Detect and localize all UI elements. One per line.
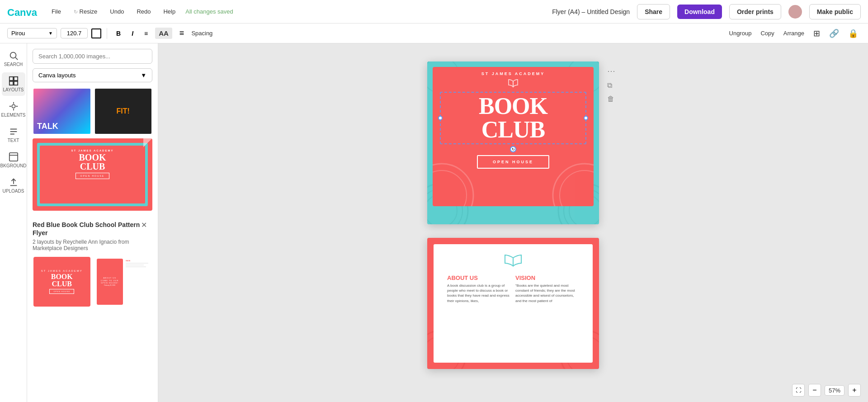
layout-thumbnails: TALK FIT! xyxy=(33,88,152,135)
small-template-thumbnails: ST JAMES ACADEMY BOOK CLUB OPEN HOUSE AB… xyxy=(33,256,152,307)
font-dropdown-icon: ▼ xyxy=(48,31,53,36)
font-name: Pirou xyxy=(11,30,25,37)
flyer1-title-selection[interactable]: BOOK CLUB ↻ xyxy=(440,92,586,144)
flyer2-vision-column: VISION "Books are the quietest and most … xyxy=(515,274,579,303)
avatar[interactable] xyxy=(788,5,802,19)
dropdown-label: Canva layouts xyxy=(38,72,75,79)
zoom-level-display[interactable]: 57% xyxy=(825,385,844,396)
align-button[interactable]: ≡ xyxy=(141,28,151,39)
sidebar-uploads-label: UPLOADS xyxy=(3,189,24,194)
font-family-selector[interactable]: Pirou ▼ xyxy=(7,28,57,38)
sidebar-item-elements[interactable]: ELEMENTS xyxy=(2,98,25,121)
order-prints-button[interactable]: Order prints xyxy=(729,4,781,19)
design-title: Flyer (A4) – Untitled Design xyxy=(552,8,630,15)
sidebar-item-background[interactable]: BKGROUND xyxy=(2,148,25,172)
flyer2-inner: ABOUT US A book discussion club is a gro… xyxy=(434,244,593,363)
template-subtitle: 2 layouts by Reychelle Ann Ignacio from … xyxy=(33,239,152,251)
template-title: Red Blue Book Club School Pattern Flyer xyxy=(33,221,152,237)
sidebar-item-layouts[interactable]: LAYOUTS xyxy=(2,72,25,96)
layout-thumb-talk[interactable]: TALK xyxy=(33,88,91,135)
flyer2-about-column: ABOUT US A book discussion club is a gro… xyxy=(447,274,511,303)
flyer2-vision-title: VISION xyxy=(515,274,579,281)
svg-point-19 xyxy=(553,164,594,206)
sidebar-elements-label: ELEMENTS xyxy=(1,113,26,118)
svg-point-1 xyxy=(10,52,16,58)
download-button[interactable]: Download xyxy=(677,5,722,19)
flyer-page-2[interactable]: ABOUT US A book discussion club is a gro… xyxy=(427,238,599,369)
svg-point-20 xyxy=(560,170,594,206)
sidebar-item-uploads[interactable]: UPLOADS xyxy=(2,174,25,197)
nav-undo[interactable]: Undo xyxy=(107,6,127,17)
aa-button[interactable]: AA xyxy=(155,28,172,39)
resize-handle-right[interactable] xyxy=(584,116,588,120)
text-color-picker[interactable] xyxy=(91,28,101,38)
flyer2-book-icon xyxy=(443,253,584,271)
canva-logo[interactable]: Canva xyxy=(7,6,38,18)
sidebar-background-label: BKGROUND xyxy=(0,163,27,168)
svg-line-2 xyxy=(15,57,18,60)
fit-screen-button[interactable]: ⛶ xyxy=(792,384,805,397)
flyer1-red-box: ST JAMES ACADEMY BOOK CLUB xyxy=(433,67,594,206)
zoom-in-button[interactable]: + xyxy=(848,384,861,397)
left-sidebar: SEARCH LAYOUTS ELEMENTS TEXT BKGROUND UP… xyxy=(0,43,27,402)
sidebar-text-label: TEXT xyxy=(8,138,19,143)
svg-rect-4 xyxy=(14,77,17,80)
save-status: All changes saved xyxy=(185,8,233,15)
svg-rect-3 xyxy=(9,77,13,80)
layout-category-dropdown[interactable]: Canva layouts ▼ xyxy=(33,68,152,82)
flyer2-columns: ABOUT US A book discussion club is a gro… xyxy=(443,274,584,303)
italic-button[interactable]: I xyxy=(128,28,137,39)
page-dots-icon: ⋯ xyxy=(607,66,615,76)
nav-file[interactable]: File xyxy=(49,6,64,17)
svg-point-17 xyxy=(433,164,473,206)
layouts-panel: Canva layouts ▼ TALK FIT! ST JAMES ACADE… xyxy=(27,43,158,402)
more-options-button[interactable]: ≡ xyxy=(176,27,188,40)
sidebar-layouts-label: LAYOUTS xyxy=(3,87,24,92)
small-thumb-2[interactable]: ABOUT US COME TO OUR OPEN HOUSE! Februar… xyxy=(94,256,153,307)
lock-button[interactable]: 🔒 xyxy=(845,27,861,40)
flyer1-title-line1: BOOK xyxy=(443,95,584,118)
sidebar-item-search[interactable]: SEARCH xyxy=(2,47,25,71)
svg-rect-5 xyxy=(9,81,13,85)
make-public-button[interactable]: Make public xyxy=(809,4,861,19)
canvas-area[interactable]: 1 xyxy=(158,43,868,402)
resize-handle-left[interactable] xyxy=(438,116,443,120)
svg-rect-6 xyxy=(14,81,17,85)
divider-1 xyxy=(107,28,107,39)
nav-help[interactable]: Help xyxy=(160,6,178,17)
toolbar-right: Ungroup Copy Arrange ⊞ 🔗 🔒 xyxy=(726,27,861,40)
close-panel-button[interactable]: ✕ xyxy=(141,221,147,229)
more-tools-button[interactable]: ⊞ xyxy=(811,27,823,40)
page-2-container: ABOUT US A book discussion club is a gro… xyxy=(427,238,599,369)
layout-thumb-fit[interactable]: FIT! xyxy=(94,88,153,135)
svg-point-7 xyxy=(12,104,15,108)
ungroup-button[interactable]: Ungroup xyxy=(726,28,755,38)
flyer1-title-line2: CLUB xyxy=(443,118,584,142)
flyer2-content: ABOUT US A book discussion club is a gro… xyxy=(434,244,593,308)
page-1-container: 1 xyxy=(427,61,599,224)
svg-point-18 xyxy=(433,170,467,206)
link-button[interactable]: 🔗 xyxy=(826,27,842,40)
flyer2-vision-text: "Books are the quietest and most constan… xyxy=(515,283,579,303)
copy-page-icon[interactable]: ⧉ xyxy=(607,81,615,90)
nav-resize[interactable]: ↻ Resize xyxy=(71,6,100,17)
delete-page-icon[interactable]: 🗑 xyxy=(607,95,615,103)
flyer2-about-title: ABOUT US xyxy=(447,274,511,281)
bold-button[interactable]: B xyxy=(113,28,124,39)
small-thumb-1[interactable]: ST JAMES ACADEMY BOOK CLUB OPEN HOUSE xyxy=(33,256,91,307)
top-navbar: Canva File ↻ Resize Undo Redo Help All c… xyxy=(0,0,868,24)
font-size-selector[interactable]: 120.7 xyxy=(61,28,88,38)
flyer-page-1[interactable]: ST JAMES ACADEMY BOOK CLUB xyxy=(427,61,599,224)
arrange-button[interactable]: Arrange xyxy=(781,28,807,38)
share-button[interactable]: Share xyxy=(637,4,670,19)
sidebar-search-label: SEARCH xyxy=(4,62,23,67)
sidebar-item-text[interactable]: TEXT xyxy=(2,123,25,147)
search-input[interactable] xyxy=(33,49,152,64)
nav-redo[interactable]: Redo xyxy=(134,6,153,17)
svg-text:Canva: Canva xyxy=(7,7,38,18)
zoom-out-button[interactable]: − xyxy=(808,384,821,397)
book-club-large-thumb[interactable]: ST JAMES ACADEMY BOOK CLUB OPEN HOUSE xyxy=(33,138,152,211)
page-actions: ⋯ ⧉ 🗑 xyxy=(607,66,615,103)
copy-button[interactable]: Copy xyxy=(758,28,777,38)
rotate-handle[interactable]: ↻ xyxy=(510,146,516,152)
